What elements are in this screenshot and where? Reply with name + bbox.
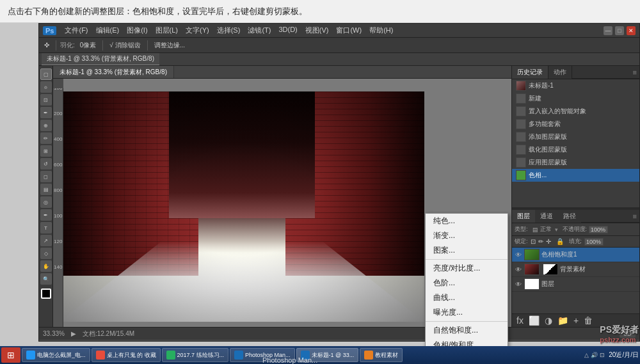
- tab-channels[interactable]: 通道: [535, 210, 558, 223]
- tool-dodge[interactable]: ◎: [40, 196, 52, 208]
- alley-vignette: [60, 91, 424, 322]
- tool-healing[interactable]: ⊕: [40, 120, 52, 131]
- tool-move[interactable]: ✜: [42, 40, 52, 50]
- ctx-pattern[interactable]: 图案...: [426, 243, 508, 258]
- ctx-exposure[interactable]: 曝光度...: [426, 305, 508, 320]
- taskbar-clock: 20近/月/日: [609, 351, 639, 360]
- antialias-checkbox[interactable]: √ 消除锯齿: [107, 40, 143, 51]
- layer-bg[interactable]: 👁 背景素材: [512, 262, 639, 277]
- layer-mask-button[interactable]: ⬜: [527, 315, 541, 326]
- history-panel-menu[interactable]: ≡: [633, 68, 637, 76]
- taskbar-btn-3[interactable]: Photoshop Man...: [230, 348, 295, 362]
- layer-eye-extra[interactable]: 👁: [515, 280, 522, 288]
- tool-lasso[interactable]: ⌾: [40, 81, 52, 93]
- tool-gradient[interactable]: ▤: [40, 184, 52, 195]
- canvas-tab-active[interactable]: 未标题-1 @ 33.3% (背景素材, RGB/8): [53, 66, 174, 78]
- ctx-sep-2: [426, 321, 508, 322]
- menu-layer[interactable]: 图层(L): [152, 24, 181, 36]
- ctx-vibrance[interactable]: 自然饱和度...: [426, 323, 508, 338]
- layer-adjustment-button[interactable]: ◑: [543, 315, 554, 326]
- history-item-0[interactable]: 未标题-1: [512, 79, 639, 92]
- menu-file[interactable]: 文件(F): [61, 24, 91, 36]
- history-item-1[interactable]: 新建: [512, 92, 639, 105]
- layer-group-button[interactable]: 📁: [556, 315, 570, 326]
- ruler-v-1000: 100: [54, 213, 62, 219]
- file-info: 文档:12.2M/15.4M: [83, 329, 134, 338]
- adjust-edge-button[interactable]: 调整边缘...: [152, 40, 188, 51]
- history-item-4[interactable]: 添加图层蒙版: [512, 131, 639, 143]
- menu-filter[interactable]: 滤镜(T): [244, 24, 274, 36]
- tab-layers[interactable]: 图层: [512, 210, 535, 223]
- tab-actions[interactable]: 动作: [548, 66, 572, 79]
- tool-crop[interactable]: ⊡: [40, 94, 52, 106]
- tool-pen[interactable]: ✒: [40, 209, 52, 221]
- menu-view[interactable]: 视图(V): [302, 24, 332, 36]
- opacity-input[interactable]: [589, 226, 608, 233]
- history-item-2[interactable]: 置入嵌入的智能对象: [512, 105, 639, 118]
- minimize-button[interactable]: —: [604, 26, 612, 35]
- ctx-levels[interactable]: 色阶...: [426, 276, 508, 290]
- taskbar-btn-0[interactable]: 电脑怎么截屏_电...: [22, 348, 90, 362]
- taskbar-label-3: Photoshop Man...: [245, 352, 291, 358]
- tool-hand[interactable]: ✋: [40, 260, 52, 272]
- history-item-5[interactable]: 载化图层蒙版: [512, 143, 639, 156]
- layer-type-icon: ▤: [532, 226, 538, 233]
- tool-eyedropper[interactable]: ✒: [40, 107, 52, 118]
- taskbar-btn-1[interactable]: 桌上有只鬼 的 收藏: [92, 348, 161, 362]
- ctx-gradient[interactable]: 渐变...: [426, 228, 508, 243]
- layer-eye-bg[interactable]: 👁: [515, 265, 522, 273]
- layer-extra[interactable]: 👁 图层: [512, 277, 639, 292]
- ctx-curves[interactable]: 曲线...: [426, 290, 508, 305]
- taskbar-btn-2[interactable]: 2017.7 练绘练习...: [162, 348, 229, 362]
- tool-brush[interactable]: ✏: [40, 132, 52, 144]
- tool-shape[interactable]: ◇: [40, 248, 52, 259]
- tool-stamp[interactable]: ⊞: [40, 145, 52, 157]
- menu-edit[interactable]: 编辑(E): [93, 24, 123, 36]
- menu-text[interactable]: 文字(Y): [182, 24, 212, 36]
- lock-all[interactable]: 🔒: [556, 238, 564, 245]
- lock-position[interactable]: ✛: [546, 238, 551, 245]
- taskbar-btn-4[interactable]: 未标题-1 @ 33...: [296, 348, 359, 362]
- tool-text[interactable]: T: [40, 222, 52, 233]
- layer-new-button[interactable]: +: [572, 315, 580, 326]
- taskbar-btn-5[interactable]: 教程素材: [360, 348, 403, 362]
- maximize-button[interactable]: □: [615, 26, 624, 35]
- lock-transparent[interactable]: ⊡: [531, 238, 536, 245]
- menu-window[interactable]: 窗口(W): [333, 24, 365, 36]
- menu-image[interactable]: 图像(I): [124, 24, 150, 36]
- layer-huesat[interactable]: 👁 色相饱和度1: [512, 248, 639, 262]
- layer-delete-button[interactable]: 🗑: [582, 315, 595, 326]
- tab-paths[interactable]: 路径: [558, 210, 581, 223]
- tab-history[interactable]: 历史记录: [512, 66, 548, 79]
- layers-panel-menu[interactable]: ≡: [633, 212, 637, 220]
- history-label-7: 色相...: [529, 171, 547, 180]
- menu-3d[interactable]: 3D(D): [275, 24, 300, 36]
- ctx-solid-color[interactable]: 纯色...: [426, 214, 508, 228]
- tool-zoom[interactable]: 🔍: [40, 273, 52, 285]
- history-item-3[interactable]: 多功能套索: [512, 118, 639, 131]
- blend-dropdown-icon[interactable]: ▾: [555, 226, 558, 233]
- lock-image[interactable]: ✏: [538, 238, 543, 245]
- tool-history-brush[interactable]: ↺: [40, 158, 52, 170]
- foreground-color[interactable]: [41, 289, 51, 299]
- history-item-7[interactable]: 色相...: [512, 169, 639, 182]
- ctx-brightness[interactable]: 亮度/对比度...: [426, 261, 508, 276]
- close-button[interactable]: ✕: [627, 26, 636, 35]
- menu-select[interactable]: 选择(S): [214, 24, 244, 36]
- history-item-6[interactable]: 应用图层蒙版: [512, 156, 639, 169]
- toolbar-separator-1: [56, 40, 56, 51]
- layers-controls: 类型: ▤ 正常 ▾ 不透明度:: [512, 223, 639, 236]
- document-tab[interactable]: 未标题-1 @ 33.3% (背景素材, RGB/8): [42, 53, 159, 65]
- tool-path-select[interactable]: ↗: [40, 235, 52, 246]
- feather-value[interactable]: 0像素: [77, 40, 99, 51]
- layer-fx-button[interactable]: fx: [515, 315, 525, 326]
- window-controls: — □ ✕: [604, 26, 636, 35]
- start-button[interactable]: ⊞: [1, 347, 20, 363]
- fill-input[interactable]: [584, 238, 604, 246]
- tray-icon-1: △: [584, 352, 589, 358]
- ruler-v-600: 600: [54, 162, 62, 168]
- layer-eye-huesat[interactable]: 👁: [515, 251, 522, 258]
- menu-help[interactable]: 帮助(H): [366, 24, 396, 36]
- tool-selection[interactable]: ▢: [40, 68, 52, 80]
- tool-eraser[interactable]: ◻: [40, 171, 52, 182]
